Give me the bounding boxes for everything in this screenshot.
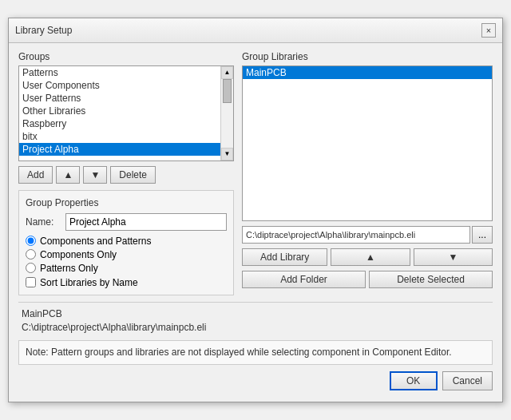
list-item-selected[interactable]: Project Alpha: [19, 143, 220, 156]
cancel-button[interactable]: Cancel: [442, 371, 493, 390]
path-row: ...: [242, 226, 493, 244]
bottom-buttons-row: OK Cancel: [18, 371, 493, 394]
name-field-row: Name:: [26, 213, 227, 231]
add-group-button[interactable]: Add: [18, 166, 53, 184]
radio-patterns-only-input[interactable]: [26, 263, 36, 273]
dialog-content: Groups Patterns User Components User Pat…: [9, 43, 502, 402]
info-section: MainPCB C:\diptrace\project\Alpha\librar…: [18, 302, 493, 336]
radio-label-components-only[interactable]: Components Only: [40, 249, 117, 260]
right-buttons-row2: Add Folder Delete Selected: [242, 271, 493, 288]
radio-group: Components and Patterns Components Only …: [26, 236, 227, 274]
move-down-button[interactable]: ▼: [83, 166, 107, 184]
group-buttons-row: Add ▲ ▼ Delete: [18, 166, 234, 184]
delete-group-button[interactable]: Delete: [110, 166, 156, 184]
group-libraries-label: Group Libraries: [242, 51, 493, 62]
radio-components-only: Components Only: [26, 249, 227, 260]
browse-button[interactable]: ...: [472, 226, 493, 244]
list-item[interactable]: Patterns: [19, 66, 220, 79]
groups-listbox[interactable]: Patterns User Components User Patterns O…: [19, 66, 233, 160]
list-item[interactable]: bitx: [19, 130, 220, 143]
list-item[interactable]: Other Libraries: [19, 105, 220, 117]
note-text: Note: Pattern groups and libraries are n…: [26, 346, 485, 359]
right-panel: Group Libraries MainPCB ... Add Library …: [242, 51, 493, 295]
group-name-input[interactable]: [65, 213, 227, 231]
library-list-item[interactable]: MainPCB: [243, 66, 492, 79]
list-item[interactable]: Raspberry: [19, 117, 220, 130]
name-label: Name:: [26, 216, 65, 228]
group-libraries-listbox[interactable]: MainPCB: [242, 65, 493, 221]
delete-selected-button[interactable]: Delete Selected: [369, 271, 493, 288]
groups-label: Groups: [18, 51, 234, 62]
radio-components-and-patterns[interactable]: [26, 236, 36, 246]
list-item[interactable]: User Patterns: [19, 92, 220, 105]
ok-button[interactable]: OK: [390, 371, 438, 390]
scrollbar[interactable]: ▲ ▼: [220, 66, 233, 160]
radio-components-patterns: Components and Patterns: [26, 236, 227, 247]
main-layout: Groups Patterns User Components User Pat…: [18, 51, 493, 295]
dialog-title: Library Setup: [15, 25, 72, 36]
radio-label-components-patterns[interactable]: Components and Patterns: [40, 236, 151, 247]
sort-libraries-checkbox[interactable]: [26, 277, 36, 287]
radio-components-only-input[interactable]: [26, 249, 36, 260]
close-button[interactable]: ×: [481, 23, 496, 38]
info-line1: MainPCB: [22, 307, 489, 321]
scrollbar-thumb[interactable]: [223, 79, 232, 103]
scroll-up-button[interactable]: ▲: [221, 66, 233, 79]
scroll-down-button[interactable]: ▼: [221, 148, 233, 160]
right-buttons-row1: Add Library ▲ ▼: [242, 248, 493, 266]
list-item[interactable]: User Components: [19, 79, 220, 92]
sort-checkbox-row: Sort Libraries by Name: [26, 277, 227, 288]
group-properties-title: Group Properties: [26, 197, 227, 208]
library-up-button[interactable]: ▲: [331, 248, 410, 266]
note-section: Note: Pattern groups and libraries are n…: [18, 340, 493, 365]
radio-label-patterns-only[interactable]: Patterns Only: [40, 263, 98, 274]
add-library-button[interactable]: Add Library: [242, 248, 327, 266]
left-panel: Groups Patterns User Components User Pat…: [18, 51, 234, 295]
groups-listbox-container: Patterns User Components User Patterns O…: [18, 65, 234, 161]
add-folder-button[interactable]: Add Folder: [242, 271, 366, 288]
sort-libraries-label[interactable]: Sort Libraries by Name: [40, 277, 138, 288]
title-bar: Library Setup ×: [9, 18, 502, 43]
radio-patterns-only: Patterns Only: [26, 263, 227, 274]
info-line2: C:\diptrace\project\Alpha\library\mainpc…: [22, 321, 489, 335]
library-setup-dialog: Library Setup × Groups Patterns User Com…: [8, 18, 503, 402]
group-properties-panel: Group Properties Name: Components and Pa…: [18, 190, 234, 295]
library-path-input[interactable]: [242, 226, 470, 244]
library-down-button[interactable]: ▼: [414, 248, 493, 266]
move-up-button[interactable]: ▲: [56, 166, 80, 184]
